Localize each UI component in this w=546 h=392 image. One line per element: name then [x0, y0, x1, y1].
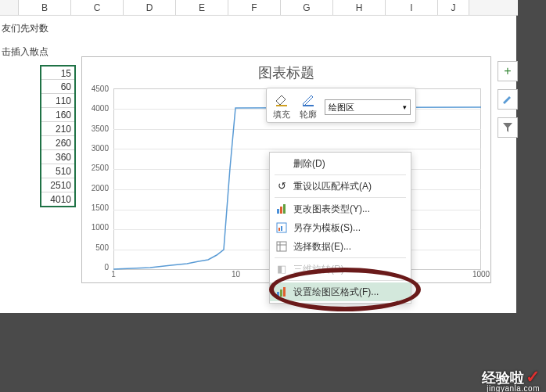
cell[interactable]: 160	[41, 108, 75, 122]
y-tick: 1500	[92, 203, 109, 212]
cell[interactable]: 210	[41, 122, 75, 136]
col-header[interactable]: D	[124, 0, 176, 15]
corner-cell	[0, 0, 19, 15]
cell[interactable]: 2510	[41, 178, 75, 192]
y-tick: 3500	[92, 124, 109, 132]
chart-side-buttons: +	[498, 61, 518, 138]
ctx-select-data[interactable]: 选择数据(E)...	[270, 237, 411, 256]
y-tick: 4000	[92, 104, 109, 113]
column-headers: B C D E F G H I J	[0, 0, 546, 16]
spreadsheet: B C D E F G H I J 友们先对数 击插入散点 15 60 110 …	[0, 0, 516, 313]
svg-rect-3	[280, 207, 282, 214]
combo-value: 绘图区	[329, 102, 354, 113]
separator	[275, 197, 406, 198]
filter-icon	[502, 122, 513, 133]
ctx-label: 删除(D)	[293, 158, 325, 169]
selected-range[interactable]: 15 60 110 160 210 260 360 510 2510 4010	[41, 66, 75, 207]
separator	[275, 257, 406, 258]
chart-title[interactable]: 图表标题	[82, 57, 490, 85]
cell[interactable]: 60	[41, 80, 75, 94]
chart-type-icon	[275, 202, 289, 216]
cell[interactable]: 4010	[41, 192, 75, 207]
svg-rect-13	[283, 287, 286, 297]
ctx-format-plot-area[interactable]: 设置绘图区格式(F)...	[270, 282, 411, 301]
chart-elements-button[interactable]: +	[498, 61, 518, 81]
separator	[275, 280, 406, 281]
cube-icon: ◧	[275, 262, 289, 276]
partial-text: 友们先对数	[2, 20, 48, 37]
watermark: 经验啦 ✓ jingyanla.com	[482, 367, 540, 387]
y-tick: 2000	[92, 183, 109, 192]
mini-toolbar: 填充 轮廓 绘图区 ▾	[266, 88, 416, 123]
ctx-label: 三维旋转(R)...	[293, 264, 352, 275]
ctx-save-template[interactable]: 另存为模板(S)...	[270, 218, 411, 237]
col-header[interactable]: I	[386, 0, 438, 15]
crop-edge	[518, 0, 546, 392]
ctx-delete[interactable]: 删除(D)	[270, 154, 411, 173]
chart-styles-button[interactable]	[498, 89, 518, 110]
svg-rect-2	[277, 209, 279, 214]
ctx-reset-style[interactable]: ↺ 重设以匹配样式(A)	[270, 177, 411, 196]
ctx-label: 选择数据(E)...	[293, 241, 351, 252]
col-header[interactable]: B	[19, 0, 71, 15]
paint-bucket-icon	[271, 92, 292, 109]
col-header[interactable]: J	[438, 0, 469, 15]
y-axis: 0 500 1000 1500 2000 2500 3000 3500 4000…	[87, 88, 110, 267]
ctx-label: 设置绘图区格式(F)...	[293, 286, 379, 297]
plus-icon: +	[504, 64, 511, 78]
svg-rect-7	[281, 226, 282, 231]
y-tick: 2500	[92, 164, 109, 172]
y-tick: 0	[104, 263, 109, 272]
y-tick: 1000	[92, 223, 109, 232]
chevron-down-icon: ▾	[403, 103, 407, 111]
cell[interactable]: 360	[41, 150, 75, 164]
context-menu: 删除(D) ↺ 重设以匹配样式(A) 更改图表类型(Y)... 另存为模板(S)…	[269, 152, 411, 304]
pen-icon	[298, 92, 318, 109]
x-tick: 1000	[472, 270, 490, 279]
ctx-change-chart-type[interactable]: 更改图表类型(Y)...	[270, 200, 411, 218]
outline-label: 轮廓	[300, 109, 317, 120]
watermark-url: jingyanla.com	[487, 384, 540, 392]
fill-label: 填充	[273, 109, 290, 120]
format-icon	[275, 285, 289, 299]
ctx-label: 重设以匹配样式(A)	[293, 181, 372, 192]
ctx-3d-rotation[interactable]: ◧ 三维旋转(R)...	[270, 260, 411, 279]
chart-filters-button[interactable]	[498, 117, 518, 138]
chart-element-combo[interactable]: 绘图区 ▾	[325, 99, 411, 115]
ctx-label: 另存为模板(S)...	[293, 222, 361, 233]
y-tick: 500	[95, 243, 109, 251]
cell[interactable]: 510	[41, 164, 75, 178]
reset-icon: ↺	[275, 179, 289, 193]
outline-button[interactable]: 轮廓	[298, 92, 318, 120]
x-tick: 1	[111, 270, 116, 279]
svg-rect-0	[276, 105, 287, 106]
svg-rect-1	[303, 105, 314, 106]
save-template-icon	[275, 221, 289, 235]
svg-rect-4	[283, 204, 286, 214]
fill-button[interactable]: 填充	[271, 92, 292, 120]
select-data-icon	[275, 239, 289, 254]
col-header[interactable]: H	[333, 0, 386, 15]
col-header[interactable]: E	[176, 0, 228, 15]
y-tick: 3000	[92, 143, 109, 152]
partial-text: 击插入散点	[2, 44, 48, 60]
cell[interactable]: 110	[41, 94, 75, 108]
brush-icon	[501, 93, 514, 106]
x-tick: 10	[232, 270, 240, 279]
ctx-label: 更改图表类型(Y)...	[293, 203, 370, 214]
svg-rect-6	[278, 228, 280, 231]
svg-rect-8	[277, 242, 286, 251]
col-header[interactable]: C	[71, 0, 124, 15]
svg-rect-11	[277, 292, 279, 297]
svg-rect-12	[280, 290, 282, 297]
cell[interactable]: 260	[41, 136, 75, 150]
y-tick: 4500	[92, 85, 109, 93]
cell[interactable]: 15	[41, 66, 75, 80]
col-header[interactable]: G	[281, 0, 333, 15]
separator	[275, 174, 406, 175]
col-header[interactable]: F	[228, 0, 281, 15]
